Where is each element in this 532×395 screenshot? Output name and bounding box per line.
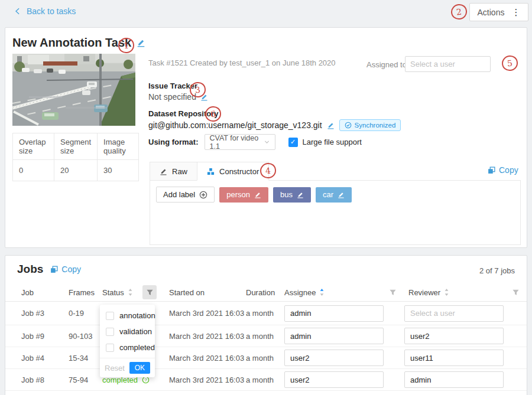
filter-option-annotation[interactable]: annotation bbox=[100, 308, 155, 324]
started-on-value: March 3rd 2021 16:03 bbox=[169, 369, 244, 390]
assignee-sort-control[interactable] bbox=[319, 288, 325, 296]
column-reviewer-label: Reviewer bbox=[408, 288, 440, 297]
synchronized-badge: Synchronized bbox=[339, 119, 401, 131]
assignee-select[interactable] bbox=[284, 371, 384, 388]
jobs-count: 2 of 7 jobs bbox=[479, 266, 515, 275]
tab-raw-label: Raw bbox=[172, 167, 187, 176]
status-filter-dropdown: annotation validation completed Reset OK bbox=[100, 305, 155, 377]
job-link[interactable]: Job #8 bbox=[21, 369, 44, 390]
job-link[interactable]: Job #9 bbox=[21, 325, 44, 347]
column-job: Job bbox=[21, 283, 34, 302]
table-row: Job #3 0-19 March 3rd 2021 16:03 a month bbox=[5, 302, 527, 325]
checkbox-unchecked-icon[interactable] bbox=[106, 344, 114, 352]
assigned-to-select[interactable] bbox=[405, 56, 491, 72]
column-status-label: Status bbox=[102, 288, 124, 297]
jobs-card: Jobs Copy 2 of 7 jobs Job Frames Status … bbox=[5, 255, 527, 395]
filter-option-label: validation bbox=[119, 327, 152, 336]
task-thumbnail bbox=[12, 54, 135, 126]
edit-task-name-pencil-icon[interactable] bbox=[137, 38, 145, 47]
add-label-button[interactable]: Add label bbox=[156, 187, 215, 203]
filter-option-validation[interactable]: validation bbox=[100, 324, 155, 339]
checkbox-unchecked-icon[interactable] bbox=[106, 312, 114, 320]
frames-value: 15-34 bbox=[69, 347, 88, 368]
assignee-select[interactable] bbox=[284, 328, 384, 344]
tab-raw[interactable]: Raw bbox=[150, 162, 197, 181]
actions-button[interactable]: Actions ⋮ bbox=[469, 3, 528, 21]
column-assignee: Assignee bbox=[284, 283, 325, 302]
column-duration: Duration bbox=[246, 283, 275, 302]
using-format-label: Using format: bbox=[148, 138, 199, 146]
edit-label-pencil-icon[interactable] bbox=[338, 191, 345, 198]
assigned-to-label: Assigned to bbox=[366, 60, 407, 69]
check-circle-icon bbox=[345, 122, 352, 129]
caret-down-icon bbox=[128, 292, 133, 297]
edit-label-pencil-icon[interactable] bbox=[254, 191, 261, 198]
reviewer-select[interactable] bbox=[404, 350, 504, 366]
edit-label-pencil-icon[interactable] bbox=[297, 191, 304, 198]
filter-option-completed[interactable]: completed bbox=[100, 339, 155, 355]
filter-ok-button[interactable]: OK bbox=[129, 362, 150, 374]
column-status: Status bbox=[102, 283, 133, 302]
label-chip-bus[interactable]: bus bbox=[273, 187, 311, 203]
checkbox-unchecked-icon[interactable] bbox=[106, 328, 114, 336]
pencil-icon bbox=[160, 168, 167, 175]
started-on-value: March 3rd 2021 16:03 bbox=[169, 347, 244, 368]
assignee-select[interactable] bbox=[284, 305, 384, 322]
filter-option-label: completed bbox=[119, 343, 155, 352]
task-details-card: New Annotation Task bbox=[5, 27, 527, 248]
labels-copy-button[interactable]: Copy bbox=[488, 165, 518, 175]
column-started-on: Started on bbox=[169, 283, 205, 302]
jobs-copy-button[interactable]: Copy bbox=[50, 265, 81, 274]
kebab-menu-icon: ⋮ bbox=[511, 8, 520, 17]
param-header-segment: Segment size bbox=[54, 133, 98, 160]
status-filter-button[interactable] bbox=[142, 285, 157, 299]
labels-tabbar: Raw Constructor bbox=[150, 162, 521, 181]
reviewer-filter-button[interactable] bbox=[512, 289, 520, 296]
duration-value: a month bbox=[246, 369, 274, 390]
label-chip-person-name: person bbox=[226, 190, 250, 199]
issue-tracker-value: Not specified bbox=[148, 92, 196, 102]
tab-constructor[interactable]: Constructor bbox=[197, 162, 269, 181]
param-header-overlap: Overlap size bbox=[13, 133, 54, 160]
reviewer-select[interactable] bbox=[404, 328, 504, 344]
labels-copy-label: Copy bbox=[499, 165, 518, 175]
job-link[interactable]: Job #3 bbox=[21, 302, 44, 325]
synchronized-label: Synchronized bbox=[355, 122, 396, 129]
reviewer-sort-control[interactable] bbox=[444, 288, 449, 296]
column-reviewer: Reviewer bbox=[408, 283, 449, 302]
chevron-down-icon bbox=[264, 139, 270, 145]
label-constructor-panel: Add label person bus car bbox=[150, 180, 521, 245]
assignee-filter-button[interactable] bbox=[389, 289, 397, 296]
started-on-value: March 3rd 2021 16:03 bbox=[169, 325, 244, 347]
plus-circle-icon bbox=[199, 191, 207, 199]
frames-value: 0-19 bbox=[69, 302, 84, 325]
caret-down-icon bbox=[444, 292, 449, 297]
started-on-value: March 3rd 2021 16:03 bbox=[169, 302, 244, 325]
duration-value: a month bbox=[246, 347, 274, 368]
filter-reset-button[interactable]: Reset bbox=[105, 364, 125, 373]
assignee-select[interactable] bbox=[284, 350, 384, 366]
param-header-quality: Image quality bbox=[98, 133, 139, 160]
reviewer-select[interactable] bbox=[404, 305, 504, 322]
job-link[interactable]: Job #4 bbox=[21, 347, 44, 368]
label-chip-car[interactable]: car bbox=[316, 187, 352, 203]
reviewer-select[interactable] bbox=[404, 371, 504, 388]
label-chip-person[interactable]: person bbox=[219, 187, 268, 203]
status-sort-control[interactable] bbox=[128, 288, 133, 296]
column-assignee-label: Assignee bbox=[284, 288, 316, 297]
large-file-checkbox[interactable]: ✓ bbox=[288, 138, 298, 147]
label-chip-car-name: car bbox=[323, 190, 333, 199]
blocks-icon bbox=[207, 168, 215, 175]
jobs-title: Jobs bbox=[17, 263, 43, 276]
funnel-icon bbox=[146, 289, 154, 296]
back-to-tasks-link[interactable]: Back to tasks bbox=[14, 6, 76, 16]
format-select[interactable]: CVAT for video 1.1 bbox=[205, 134, 275, 150]
label-chip-bus-name: bus bbox=[280, 190, 293, 199]
table-row: Job #8 75-94 completed March 3rd 2021 16… bbox=[5, 369, 527, 391]
table-row: Job #9 90-103 March 3rd 2021 16:03 a mon… bbox=[5, 325, 527, 347]
tab-constructor-label: Constructor bbox=[219, 167, 259, 176]
column-frames: Frames bbox=[69, 283, 95, 302]
edit-repository-pencil-icon[interactable] bbox=[327, 122, 335, 129]
task-title: New Annotation Task bbox=[12, 36, 131, 50]
filter-option-label: annotation bbox=[119, 311, 155, 320]
